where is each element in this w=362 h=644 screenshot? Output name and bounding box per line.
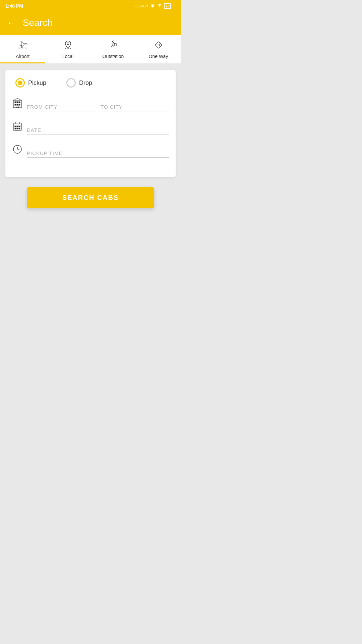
tab-oneway[interactable]: One Way xyxy=(136,35,181,63)
oneway-icon xyxy=(153,40,164,52)
header-title: Search xyxy=(23,17,53,28)
svg-rect-15 xyxy=(15,104,16,105)
date-input[interactable] xyxy=(27,126,169,135)
search-cabs-button[interactable]: SEARCH CABS xyxy=(27,187,154,208)
trip-type-row: Pickup Drop xyxy=(12,78,169,88)
svg-rect-14 xyxy=(19,102,20,103)
back-button[interactable]: ← xyxy=(7,18,16,28)
status-time: 1:48 PM xyxy=(5,3,23,9)
from-city-field xyxy=(27,103,95,111)
tab-outstation[interactable]: Outstation xyxy=(90,35,136,63)
svg-rect-28 xyxy=(19,128,20,129)
clock-icon xyxy=(12,144,23,156)
calendar-icon xyxy=(12,121,23,133)
svg-rect-18 xyxy=(16,106,19,108)
time-row xyxy=(12,144,169,158)
airport-icon xyxy=(17,40,28,52)
date-field xyxy=(27,126,169,135)
drop-radio-circle xyxy=(66,78,76,88)
content-area: Pickup Drop xyxy=(0,63,181,298)
battery-level: 72 xyxy=(164,3,171,9)
header: ← Search xyxy=(0,12,181,35)
svg-rect-27 xyxy=(17,128,18,129)
svg-line-3 xyxy=(111,45,113,47)
drop-radio[interactable]: Drop xyxy=(66,78,92,88)
pickup-radio[interactable]: Pickup xyxy=(15,78,46,88)
building-icon xyxy=(12,98,23,110)
battery-icon: 72 ⚡ xyxy=(164,3,176,9)
pickup-label: Pickup xyxy=(28,79,46,87)
network-speed: 0.6KB/s xyxy=(135,4,148,8)
tab-local-label: Local xyxy=(62,54,73,59)
svg-rect-23 xyxy=(15,126,16,127)
to-city-field xyxy=(101,103,169,111)
date-row xyxy=(12,121,169,135)
tab-local[interactable]: Local xyxy=(45,35,90,63)
svg-rect-16 xyxy=(17,104,18,105)
svg-line-4 xyxy=(113,45,114,47)
svg-point-1 xyxy=(112,41,114,43)
svg-point-0 xyxy=(67,43,69,45)
city-fields xyxy=(27,103,169,111)
form-card: Pickup Drop xyxy=(5,70,176,177)
tab-airport-label: Airport xyxy=(16,54,29,59)
tab-oneway-label: One Way xyxy=(149,54,168,59)
status-icons: 0.6KB/s 72 ⚡ xyxy=(135,3,176,9)
svg-rect-24 xyxy=(17,126,18,127)
signal-icon xyxy=(150,3,155,9)
svg-rect-12 xyxy=(15,102,16,103)
signal-bars-icon xyxy=(157,3,162,9)
svg-rect-17 xyxy=(19,104,20,105)
from-city-input[interactable] xyxy=(27,103,95,111)
svg-rect-25 xyxy=(19,126,20,127)
outstation-icon xyxy=(108,40,119,52)
city-row xyxy=(12,98,169,111)
local-icon xyxy=(63,40,73,52)
tab-airport[interactable]: Airport xyxy=(0,35,45,63)
search-btn-container: SEARCH CABS xyxy=(5,187,176,208)
tabs-container: Airport Local xyxy=(0,35,181,63)
pickup-time-field xyxy=(27,149,169,158)
pickup-time-input[interactable] xyxy=(27,149,169,158)
bolt-icon: ⚡ xyxy=(172,4,176,8)
pickup-radio-circle xyxy=(15,78,25,88)
svg-rect-13 xyxy=(17,102,18,103)
tab-outstation-label: Outstation xyxy=(103,54,124,59)
to-city-input[interactable] xyxy=(101,103,169,111)
svg-rect-6 xyxy=(114,43,116,46)
status-bar: 1:48 PM 0.6KB/s 72 ⚡ xyxy=(0,0,181,12)
svg-rect-26 xyxy=(15,128,16,129)
drop-label: Drop xyxy=(79,79,92,87)
